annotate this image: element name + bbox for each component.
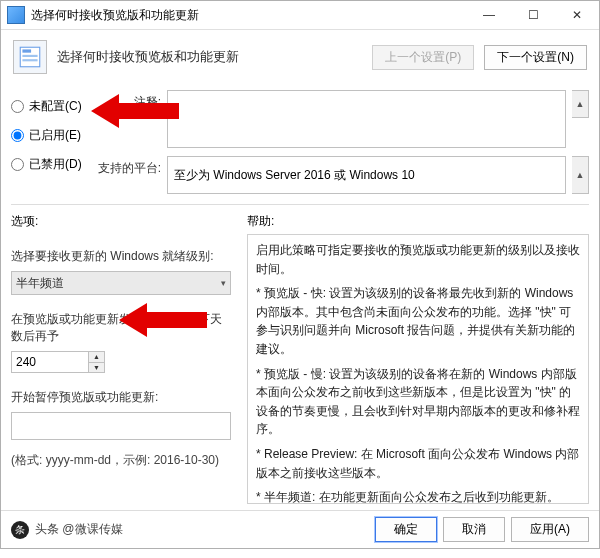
- policy-subtitle: 选择何时接收预览板和功能更新: [57, 48, 362, 66]
- footer-bar: 条 头条 @微课传媒 确定 取消 应用(A): [1, 510, 599, 548]
- defer-days-spinner[interactable]: ▲ ▼: [11, 351, 231, 373]
- window-title: 选择何时接收预览版和功能更新: [31, 7, 467, 24]
- platform-value: [167, 156, 566, 194]
- comment-input[interactable]: [167, 90, 566, 148]
- cancel-button[interactable]: 取消: [443, 517, 505, 542]
- radio-not-configured-label: 未配置(C): [29, 98, 82, 115]
- apply-button[interactable]: 应用(A): [511, 517, 589, 542]
- defer-days-label: 在预览版或功能更新发布后, 延迟以下天数后再予: [11, 311, 231, 345]
- radio-enabled-input[interactable]: [11, 129, 24, 142]
- help-text: * Release Preview: 在 Microsoft 面向公众发布 Wi…: [256, 445, 580, 482]
- platform-scroll-up-icon[interactable]: ▲: [572, 156, 589, 194]
- previous-setting-button[interactable]: 上一个设置(P): [372, 45, 474, 70]
- defer-days-input[interactable]: [11, 351, 89, 373]
- next-setting-button[interactable]: 下一个设置(N): [484, 45, 587, 70]
- help-label: 帮助:: [247, 213, 589, 230]
- policy-icon: [13, 40, 47, 74]
- comment-label: 注释:: [91, 90, 161, 111]
- chevron-down-icon: ▾: [221, 278, 226, 288]
- help-text: 启用此策略可指定要接收的预览版或功能更新的级别以及接收时间。: [256, 241, 580, 278]
- maximize-button[interactable]: ☐: [511, 1, 555, 29]
- options-label: 选项:: [11, 213, 231, 230]
- watermark-text: 头条 @微课传媒: [35, 521, 123, 538]
- close-button[interactable]: ✕: [555, 1, 599, 29]
- readiness-level-combo[interactable]: 半年频道 ▾: [11, 271, 231, 295]
- pause-date-input[interactable]: [11, 412, 231, 440]
- date-format-hint: (格式: yyyy-mm-dd，示例: 2016-10-30): [11, 452, 231, 469]
- radio-enabled[interactable]: 已启用(E): [11, 127, 83, 144]
- platform-label: 支持的平台:: [91, 156, 161, 177]
- ok-button[interactable]: 确定: [375, 517, 437, 542]
- header-bar: 选择何时接收预览板和功能更新 上一个设置(P) 下一个设置(N): [1, 30, 599, 84]
- readiness-level-label: 选择要接收更新的 Windows 就绪级别:: [11, 248, 231, 265]
- spinner-up-icon[interactable]: ▲: [89, 352, 104, 363]
- radio-disabled-input[interactable]: [11, 158, 24, 171]
- help-pane[interactable]: 启用此策略可指定要接收的预览版或功能更新的级别以及接收时间。 * 预览版 - 快…: [247, 234, 589, 504]
- comment-scroll-up-icon[interactable]: ▲: [572, 90, 589, 118]
- watermark: 条 头条 @微课传媒: [11, 521, 123, 539]
- pause-date-label: 开始暂停预览版或功能更新:: [11, 389, 231, 406]
- spinner-down-icon[interactable]: ▼: [89, 363, 104, 373]
- radio-disabled-label: 已禁用(D): [29, 156, 82, 173]
- radio-not-configured-input[interactable]: [11, 100, 24, 113]
- svg-rect-3: [22, 59, 37, 61]
- radio-enabled-label: 已启用(E): [29, 127, 81, 144]
- watermark-icon: 条: [11, 521, 29, 539]
- radio-not-configured[interactable]: 未配置(C): [11, 98, 83, 115]
- svg-rect-1: [22, 49, 31, 52]
- minimize-button[interactable]: —: [467, 1, 511, 29]
- policy-state-section: 未配置(C) 已启用(E) 已禁用(D) 注释: ▲ 支持的平台: ▲: [1, 84, 599, 196]
- svg-rect-2: [22, 55, 37, 57]
- radio-disabled[interactable]: 已禁用(D): [11, 156, 83, 173]
- help-text: * 预览版 - 慢: 设置为该级别的设备将在新的 Windows 内部版本面向公…: [256, 365, 580, 439]
- help-text: * 预览版 - 快: 设置为该级别的设备将最先收到新的 Windows 内部版本…: [256, 284, 580, 358]
- divider: [11, 204, 589, 205]
- help-text: * 半年频道: 在功能更新面向公众发布之后收到功能更新。: [256, 488, 580, 504]
- title-bar: 选择何时接收预览版和功能更新 — ☐ ✕: [1, 1, 599, 30]
- app-icon: [7, 6, 25, 24]
- readiness-level-value: 半年频道: [16, 275, 64, 292]
